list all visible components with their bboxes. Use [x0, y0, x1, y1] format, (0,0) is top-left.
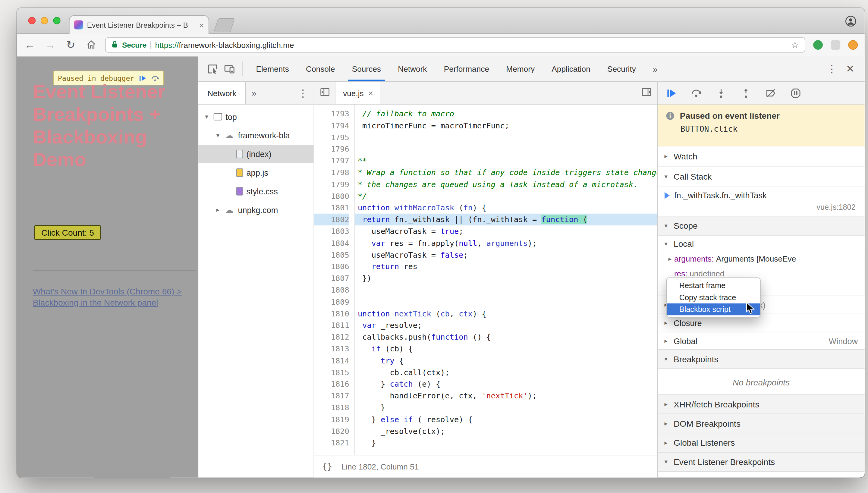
code-line[interactable]: var _resolve; — [358, 319, 657, 331]
zoom-window-button[interactable] — [53, 17, 60, 24]
call-stack-frame[interactable]: fn._withTask.fn._withTask vue.js:1802 — [658, 187, 865, 217]
navigator-menu-icon[interactable]: ⋮ — [298, 88, 314, 98]
code-line[interactable]: */ — [358, 190, 657, 202]
code-editor[interactable]: 1793179417951796179717981799180018011802… — [314, 105, 657, 455]
line-number: 1802 — [314, 214, 349, 226]
scope-local-header[interactable]: ▾ Local — [658, 236, 865, 252]
bookmark-star-icon[interactable]: ☆ — [791, 40, 799, 50]
code-line[interactable]: var res = fn.apply(null, arguments); — [358, 237, 657, 249]
tree-item-style-css[interactable]: style.css — [198, 182, 314, 201]
section-event-listener-breakpoints[interactable]: ▾Event Listener Breakpoints — [658, 452, 865, 472]
new-tab-button[interactable] — [214, 18, 235, 31]
frame-location[interactable]: vue.js:1802 — [665, 200, 859, 212]
navigator-more-tabs-icon[interactable]: » — [246, 88, 262, 98]
code-line[interactable] — [358, 296, 657, 308]
device-toolbar-icon[interactable] — [221, 61, 238, 78]
pause-on-exceptions-icon[interactable] — [790, 87, 801, 99]
profile-icon[interactable] — [845, 15, 856, 27]
code-line[interactable] — [358, 284, 657, 296]
forward-icon[interactable]: → — [44, 40, 56, 50]
line-number: 1815 — [314, 366, 349, 378]
resume-script-icon[interactable] — [666, 87, 677, 99]
navigator-tab-network[interactable]: Network — [198, 82, 246, 104]
code-line[interactable]: try { — [358, 355, 657, 366]
deactivate-breakpoints-icon[interactable] — [765, 87, 777, 99]
browser-tab[interactable]: Event Listener Breakpoints + B × — [69, 15, 209, 34]
section-dom-breakpoints[interactable]: ▸DOM Breakpoints — [658, 414, 865, 434]
toggle-debugger-sidebar-icon[interactable] — [642, 87, 657, 99]
inspect-element-icon[interactable] — [204, 61, 221, 78]
click-count-button[interactable]: Click Count: 5 — [34, 225, 102, 240]
code-line[interactable]: } — [358, 437, 657, 449]
devtools-tab-network[interactable]: Network — [389, 57, 435, 82]
back-icon[interactable]: ← — [24, 40, 36, 50]
code-line[interactable]: } — [358, 402, 657, 413]
section-global-listeners[interactable]: ▸Global Listeners — [658, 433, 865, 453]
devtools-tab-performance[interactable]: Performance — [435, 57, 498, 82]
toggle-navigator-icon[interactable] — [314, 87, 336, 99]
reload-icon[interactable]: ↻ — [65, 40, 77, 50]
code-line[interactable]: useMacroTask = false; — [358, 249, 657, 261]
menu-item-copy-stack-trace[interactable]: Copy stack trace — [667, 292, 760, 303]
tree-item-unpkg-com[interactable]: ▸☁unpkg.com — [198, 201, 314, 219]
tree-item-framework-bla[interactable]: ▾☁framework-bla — [198, 126, 314, 145]
devtools-menu-icon[interactable]: ⋮ — [827, 64, 837, 74]
tree-item-label: top — [225, 112, 237, 121]
menu-item-restart-frame[interactable]: Restart frame — [667, 280, 760, 292]
step-out-icon[interactable] — [740, 87, 752, 99]
minimize-window-button[interactable] — [41, 17, 48, 24]
devtools-close-icon[interactable]: ✕ — [846, 64, 854, 74]
code-line[interactable]: }) — [358, 273, 657, 284]
code-line[interactable]: cb.call(ctx); — [358, 366, 657, 378]
step-into-icon[interactable] — [716, 87, 727, 99]
section-watch[interactable]: ▸ Watch — [658, 147, 865, 167]
tab-close-icon[interactable]: × — [199, 21, 204, 29]
code-line[interactable]: * the changes are queued using a Task in… — [358, 178, 657, 190]
tree-item-top[interactable]: ▾top — [198, 107, 314, 126]
devtools-tab-sources[interactable]: Sources — [344, 57, 390, 82]
editor-tab-vuejs[interactable]: vue.js × — [336, 82, 381, 104]
line-number: 1801 — [314, 202, 349, 214]
code-line[interactable]: handleError(e, ctx, 'nextTick'); — [358, 390, 657, 402]
tree-item-app-js[interactable]: app.js — [198, 163, 314, 182]
devtools-tab-memory[interactable]: Memory — [498, 57, 543, 82]
code-line[interactable] — [358, 143, 657, 155]
scope-section-global-2[interactable]: ▸GlobalWindow — [658, 332, 865, 350]
code-line[interactable]: _resolve(ctx); — [358, 425, 657, 437]
code-line[interactable]: * Wrap a function so that if any code in… — [358, 167, 657, 178]
home-icon[interactable] — [85, 39, 97, 51]
section-breakpoints[interactable]: ▾Breakpoints — [658, 349, 865, 369]
section-xhr-fetch-breakpoints[interactable]: ▸XHR/fetch Breakpoints — [658, 394, 865, 414]
code-line[interactable]: ** — [358, 155, 657, 167]
devtools-tab-elements[interactable]: Elements — [247, 57, 298, 82]
code-line[interactable]: microTimerFunc = macroTimerFunc; — [358, 120, 657, 131]
code-line[interactable]: unction nextTick (cb, ctx) { — [358, 308, 657, 319]
code-line[interactable] — [358, 131, 657, 143]
code-line[interactable]: if (cb) { — [358, 343, 657, 355]
extension-icon-1[interactable] — [813, 40, 823, 50]
code-line[interactable]: } catch (e) { — [358, 378, 657, 390]
devtools-tab-security[interactable]: Security — [599, 57, 644, 82]
devtools-tab-console[interactable]: Console — [298, 57, 344, 82]
code-line[interactable]: } else if (_resolve) { — [358, 413, 657, 425]
close-window-button[interactable] — [28, 17, 36, 24]
step-over-icon[interactable] — [691, 87, 702, 99]
extension-icon-3[interactable] — [848, 40, 858, 50]
whats-new-link[interactable]: What's New In DevTools (Chrome 66) > Bla… — [33, 286, 188, 308]
scope-variable-arguments[interactable]: ▸arguments:Arguments [MouseEve — [658, 251, 865, 266]
code-line[interactable]: unction withMacroTask (fn) { — [358, 202, 657, 214]
extension-icon-2[interactable] — [831, 40, 840, 50]
section-call-stack[interactable]: ▾ Call Stack — [658, 167, 865, 187]
tree-item-index[interactable]: (index) — [198, 145, 314, 163]
code-line[interactable]: callbacks.push(function () { — [358, 331, 657, 343]
section-scope[interactable]: ▾ Scope — [658, 216, 865, 236]
editor-tab-close-icon[interactable]: × — [368, 89, 373, 97]
execution-line[interactable]: return fn._withTask || (fn._withTask = f… — [355, 214, 657, 226]
code-line[interactable]: return res — [358, 261, 657, 273]
devtools-tab-application[interactable]: Application — [543, 57, 599, 82]
code-line[interactable]: // fallback to macro — [358, 108, 657, 120]
code-line[interactable]: useMacroTask = true; — [358, 226, 657, 237]
more-panels-chevron-icon[interactable]: » — [644, 57, 666, 82]
pretty-print-icon[interactable]: {} — [322, 462, 332, 472]
address-bar[interactable]: Secure https://framework-blackboxing.gli… — [105, 37, 805, 53]
